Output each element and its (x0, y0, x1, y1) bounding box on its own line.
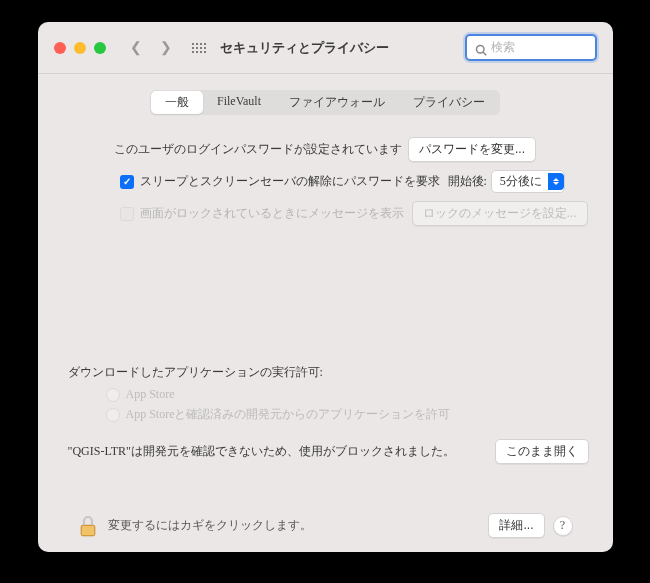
footer: 変更するにはカギをクリックします。 詳細... ? (62, 501, 589, 552)
footer-lock-text: 変更するにはカギをクリックします。 (108, 517, 312, 534)
radio-identified-label: App Storeと確認済みの開発元からのアプリケーションを許可 (126, 406, 451, 423)
back-button[interactable]: ❮ (130, 39, 142, 56)
select-caret-icon (548, 173, 564, 190)
lock-message-checkbox (120, 207, 134, 221)
tab-firewall[interactable]: ファイアウォール (275, 91, 399, 114)
content-area: 一般 FileVault ファイアウォール プライバシー このユーザのログインパ… (38, 74, 613, 552)
tab-general[interactable]: 一般 (151, 91, 203, 114)
search-icon (475, 42, 487, 54)
window-title: セキュリティとプライバシー (220, 39, 389, 57)
tab-filevault[interactable]: FileVault (203, 91, 275, 114)
footer-right: 詳細... ? (488, 513, 572, 538)
after-select-value: 5分後に (500, 173, 542, 190)
password-row: このユーザのログインパスワードが設定されています パスワードを変更... (62, 137, 589, 162)
lock-message-label: 画面がロックされているときにメッセージを表示 (140, 205, 404, 222)
radio-identified-row: App Storeと確認済みの開発元からのアプリケーションを許可 (106, 406, 589, 423)
svg-rect-3 (82, 526, 94, 535)
lock-message-row: 画面がロックされているときにメッセージを表示 ロックのメッセージを設定... (62, 201, 589, 226)
tabs: 一般 FileVault ファイアウォール プライバシー (62, 90, 589, 115)
radio-appstore (106, 388, 120, 402)
require-password-row: スリープとスクリーンセーバの解除にパスワードを要求 開始後: 5分後に (62, 170, 589, 193)
lock-icon[interactable] (78, 515, 98, 537)
help-button[interactable]: ? (553, 516, 573, 536)
details-button[interactable]: 詳細... (488, 513, 544, 538)
close-button[interactable] (54, 42, 66, 54)
forward-button[interactable]: ❯ (160, 39, 172, 56)
tab-privacy[interactable]: プライバシー (399, 91, 499, 114)
downloads-section-label: ダウンロードしたアプリケーションの実行許可: (68, 364, 589, 381)
open-anyway-button[interactable]: このまま開く (495, 439, 589, 464)
svg-point-0 (476, 45, 484, 53)
require-password-label: スリープとスクリーンセーバの解除にパスワードを要求 (140, 173, 440, 190)
titlebar: ❮ ❯ セキュリティとプライバシー 検索 (38, 22, 613, 74)
nav-arrows: ❮ ❯ (130, 39, 172, 56)
search-placeholder: 検索 (491, 39, 515, 56)
system-preferences-window: ❮ ❯ セキュリティとプライバシー 検索 一般 FileVault ファイアウォ… (38, 22, 613, 552)
radio-appstore-label: App Store (126, 387, 175, 402)
all-prefs-icon[interactable] (192, 43, 206, 53)
tab-group: 一般 FileVault ファイアウォール プライバシー (150, 90, 500, 115)
maximize-button[interactable] (94, 42, 106, 54)
radio-appstore-row: App Store (106, 387, 589, 402)
minimize-button[interactable] (74, 42, 86, 54)
require-password-checkbox[interactable] (120, 175, 134, 189)
after-select[interactable]: 5分後に (491, 170, 565, 193)
lock-message-button: ロックのメッセージを設定... (412, 201, 588, 226)
password-set-label: このユーザのログインパスワードが設定されています (114, 141, 402, 158)
traffic-lights (54, 42, 106, 54)
blocked-app-row: "QGIS-LTR"は開発元を確認できないため、使用がブロックされました。 この… (68, 439, 589, 464)
svg-line-1 (483, 52, 486, 55)
blocked-app-text: "QGIS-LTR"は開発元を確認できないため、使用がブロックされました。 (68, 443, 455, 460)
search-input[interactable]: 検索 (465, 34, 597, 61)
change-password-button[interactable]: パスワードを変更... (408, 137, 536, 162)
after-label: 開始後: (448, 173, 487, 190)
radio-identified (106, 408, 120, 422)
